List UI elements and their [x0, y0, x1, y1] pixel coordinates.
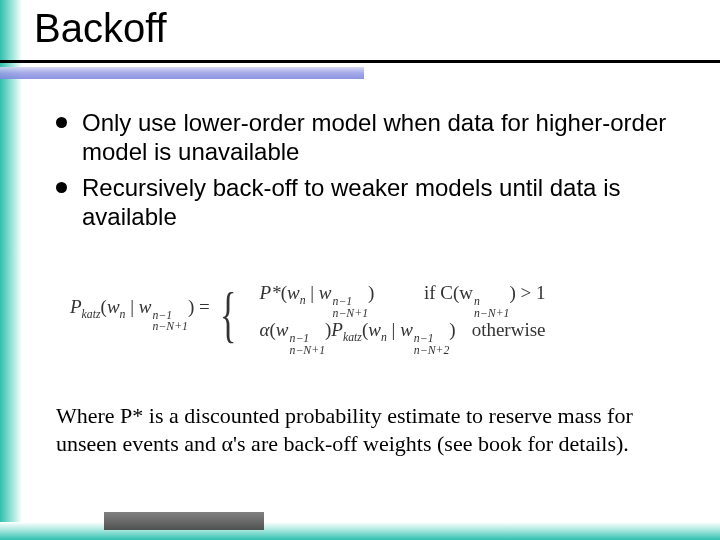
sym-close-eq: ) = [188, 296, 210, 317]
sup: n−1 [333, 296, 369, 307]
formula-case-1: P*(wn | wn−1n−N+1) if C(wnn−N+1) > 1 [260, 282, 546, 319]
sub: n−N+1 [474, 308, 510, 319]
bullet-list: Only use lower-order model when data for… [54, 108, 674, 231]
case1-condition: if C(wnn−N+1) > 1 [424, 282, 546, 319]
bullet-dot-icon [56, 182, 67, 193]
sym-close: ) [368, 282, 374, 303]
sym-w: w [319, 282, 332, 303]
sym-C: C [440, 282, 453, 303]
txt-if: if [424, 282, 440, 303]
formula-case-2: α(wn−1n−N+1)Pkatz(wn | wn−1n−N+2) otherw… [260, 319, 546, 356]
sym-bar: | [306, 282, 319, 303]
sym-close-gt: ) > 1 [509, 282, 545, 303]
supsub: n−1n−N+2 [414, 333, 450, 355]
formula-row: Pkatz(wn | wn−1n−N+1) = { P*(wn | wn−1n−… [70, 282, 668, 346]
sym-P: P [70, 296, 82, 317]
bullet-dot-icon [56, 117, 67, 128]
sym-P: P [331, 319, 343, 340]
case1-body: P*(wn | wn−1n−N+1) [260, 282, 375, 319]
sub: n−N+2 [414, 345, 450, 356]
bullet-item: Only use lower-order model when data for… [54, 108, 674, 167]
title-underline-black [0, 60, 720, 63]
sub: n−N+1 [152, 321, 188, 332]
sym-bar: | [387, 319, 400, 340]
bottom-dark-bar [104, 512, 264, 530]
brace-icon: { [220, 283, 236, 345]
sup: n [474, 296, 510, 307]
formula-cases: P*(wn | wn−1n−N+1) if C(wnn−N+1) > 1 α(w… [260, 282, 546, 346]
case2-condition: otherwise [472, 319, 546, 341]
footnote-text: Where P* is a discounted probability est… [56, 402, 666, 458]
slide: Backoff Only use lower-order model when … [0, 0, 720, 540]
formula-lhs: Pkatz(wn | wn−1n−N+1) = [70, 296, 210, 333]
sym-w: w [459, 282, 473, 303]
supsub: nn−N+1 [474, 296, 510, 318]
sub-katz: katz [82, 307, 101, 320]
case2-body: α(wn−1n−N+1)Pkatz(wn | wn−1n−N+2) [260, 319, 456, 356]
sym-w: w [287, 282, 300, 303]
supsub: n−1n−N+1 [290, 333, 326, 355]
title-underline-blue [0, 67, 364, 79]
supsub: n−1n−N+1 [152, 310, 188, 332]
sub: n−N+1 [290, 345, 326, 356]
sup: n−1 [414, 333, 450, 344]
slide-title: Backoff [34, 6, 167, 51]
sub: n−N+1 [333, 308, 369, 319]
sym-w: w [368, 319, 381, 340]
sym-Pstar: P* [260, 282, 281, 303]
sym-w: w [400, 319, 413, 340]
sym-w: w [139, 296, 152, 317]
content-area: Only use lower-order model when data for… [54, 108, 674, 237]
bullet-item: Recursively back-off to weaker models un… [54, 173, 674, 232]
sym-bar: | [125, 296, 138, 317]
bullet-text: Only use lower-order model when data for… [82, 109, 666, 165]
sym-alpha: α [260, 319, 270, 340]
sym-w: w [276, 319, 289, 340]
sub-katz: katz [343, 331, 362, 344]
sym-w: w [107, 296, 120, 317]
sym-close: ) [449, 319, 455, 340]
left-accent-band [0, 0, 22, 540]
sup: n−1 [290, 333, 326, 344]
bullet-text: Recursively back-off to weaker models un… [82, 174, 620, 230]
formula-block: Pkatz(wn | wn−1n−N+1) = { P*(wn | wn−1n−… [70, 282, 668, 346]
supsub: n−1n−N+1 [333, 296, 369, 318]
